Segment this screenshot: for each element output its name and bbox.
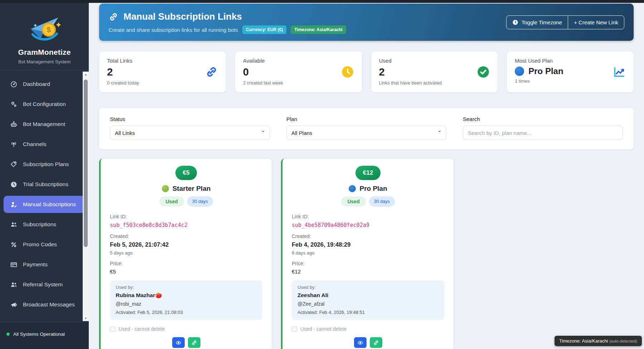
- status-filter-label: Status: [110, 116, 270, 122]
- price-badge: €5: [175, 166, 197, 180]
- link-id-label: Link ID:: [110, 214, 262, 219]
- link-id-value: sub_4be58709a4860fec02a9: [292, 222, 444, 228]
- created-label: Created:: [292, 233, 444, 239]
- percent-icon: [10, 241, 18, 248]
- sidebar-item-manual-subscriptions[interactable]: Manual Subscriptions: [4, 196, 85, 213]
- plan-select[interactable]: All Plans: [286, 126, 446, 140]
- activated-timestamp: Activated: Feb 4, 2026, 19:48:51: [297, 310, 439, 315]
- chart-line-icon: [613, 66, 626, 78]
- price-badge: €12: [355, 166, 381, 180]
- sidebar-scrollbar[interactable]: ▲ ▼: [83, 72, 89, 321]
- gears-icon: [10, 101, 18, 108]
- subscription-link-card: €12 Pro Plan Used 30 days Link ID: sub_4…: [281, 159, 454, 349]
- used-by-label: Used by:: [297, 285, 439, 290]
- eye-icon: [175, 340, 181, 346]
- user-pen-icon: [10, 201, 18, 208]
- tags-icon: [10, 161, 18, 168]
- subscription-link-card: €5 Starter Plan Used 30 days Link ID: su…: [99, 159, 272, 349]
- create-new-link-button[interactable]: + Create New Link: [568, 15, 624, 29]
- sidebar: $ GramMonetize Bot Management System Das…: [0, 0, 89, 349]
- stats-row: Total Links 2 0 created today Available …: [99, 52, 634, 92]
- scrollbar-up-arrow[interactable]: ▲: [83, 72, 89, 77]
- sidebar-item-broadcast-messages[interactable]: Broadcast Messages: [4, 296, 85, 313]
- stat-label: Total Links: [107, 58, 218, 64]
- sidebar-item-label: Broadcast Messages: [23, 301, 75, 308]
- sidebar-item-label: Subscriptions: [23, 221, 56, 228]
- link-id-value: sub_f503ce8e8c8d3b7ac4c2: [110, 222, 262, 228]
- duration-badge: 30 days: [369, 197, 395, 207]
- stat-card-used: Used 2 Links that have been activated: [371, 52, 498, 92]
- stat-label: Most Used Plan: [515, 58, 626, 64]
- plan-select-wrap: All Plans: [286, 126, 446, 140]
- check-circle-icon: [477, 66, 490, 78]
- scrollbar-thumb[interactable]: [84, 79, 88, 247]
- sidebar-item-referral-system[interactable]: Referral System: [4, 276, 85, 293]
- link-id-label: Link ID:: [292, 214, 444, 219]
- toggle-timezone-label: Toggle Timezone: [522, 19, 562, 25]
- stat-value: Pro Plan: [528, 66, 563, 76]
- view-link-button[interactable]: [172, 337, 185, 348]
- sidebar-nav: Dashboard Bot Configuration Bot Manageme…: [0, 71, 89, 313]
- clock-icon: [512, 19, 518, 25]
- app-logo-icon: $: [26, 12, 63, 46]
- eye-icon: [357, 340, 363, 346]
- stat-label: Used: [379, 58, 490, 64]
- stat-label: Available: [243, 58, 354, 64]
- app-subtitle: Bot Management System: [0, 59, 89, 70]
- duration-badge: 30 days: [187, 197, 213, 207]
- used-status-badge: Used: [341, 197, 365, 207]
- sidebar-item-label: Manual Subscriptions: [23, 201, 76, 208]
- sidebar-item-promo-codes[interactable]: Promo Codes: [4, 236, 85, 253]
- link-icon: [108, 12, 118, 22]
- sidebar-item-bot-management[interactable]: Bot Management: [4, 116, 85, 133]
- credit-card-icon: [10, 261, 18, 268]
- sidebar-item-subscriptions[interactable]: Subscriptions: [4, 216, 85, 233]
- plan-name: Starter Plan: [173, 185, 211, 193]
- stat-card-available: Available 0 2 created last week: [235, 52, 362, 92]
- link-cards-row: €5 Starter Plan Used 30 days Link ID: su…: [99, 159, 634, 349]
- page-subtitle: Create and share subscription links for …: [108, 27, 238, 33]
- brand: $ GramMonetize Bot Management System: [0, 0, 89, 70]
- toggle-timezone-button[interactable]: Toggle Timezone: [506, 15, 568, 29]
- activated-timestamp: Activated: Feb 5, 2026, 21:08:03: [116, 310, 257, 315]
- copy-link-button[interactable]: [370, 337, 382, 348]
- timezone-tooltip-muted: (auto-detected): [609, 339, 637, 343]
- sidebar-item-subscription-plans[interactable]: Subscription Plans: [4, 156, 85, 173]
- sidebar-item-trial-subscriptions[interactable]: Trial Subscriptions: [4, 176, 85, 193]
- sidebar-item-bot-configuration[interactable]: Bot Configuration: [4, 96, 85, 113]
- used-by-name: Rubina Mazhar🍅: [116, 292, 257, 299]
- used-by-handle: @robi_maz: [116, 301, 257, 307]
- svg-text:$: $: [47, 25, 51, 34]
- plan-name: Pro Plan: [359, 185, 387, 193]
- antenna-icon: [10, 141, 18, 148]
- used-by-name: Zeeshan Ali: [297, 292, 439, 299]
- robot-icon: [10, 121, 18, 128]
- view-link-button[interactable]: [354, 337, 367, 348]
- copy-link-button[interactable]: [188, 337, 200, 348]
- gauge-icon: [10, 81, 18, 88]
- used-status-badge: Used: [159, 197, 184, 207]
- sidebar-item-payments[interactable]: Payments: [4, 256, 85, 273]
- sidebar-item-label: Subscription Plans: [23, 161, 69, 168]
- sidebar-item-channels[interactable]: Channels: [4, 136, 85, 153]
- sidebar-item-label: Channels: [23, 141, 47, 147]
- status-select[interactable]: All Links: [110, 126, 270, 140]
- sidebar-footer: All Systems Operational: [0, 322, 89, 349]
- search-input[interactable]: [463, 126, 623, 140]
- price-label: Price:: [292, 261, 444, 266]
- scrollbar-down-arrow[interactable]: ▼: [83, 315, 89, 321]
- delete-checkbox-label: Used - cannot delete: [300, 326, 347, 332]
- used-by-panel: Used by: Rubina Mazhar🍅 @robi_maz Activa…: [110, 280, 262, 320]
- people-icon: [10, 281, 18, 289]
- status-select-wrap: All Links: [110, 126, 270, 140]
- stat-caption: 2 created last week: [243, 80, 354, 86]
- link-icon: [373, 340, 379, 346]
- status-dot-green: [6, 333, 10, 336]
- stat-value: 2: [107, 66, 218, 78]
- created-date: Feb 5, 2026, 21:07:42: [110, 241, 262, 248]
- currency-badge: Currency: EUR (€): [242, 25, 286, 34]
- sidebar-item-label: Dashboard: [23, 81, 50, 87]
- delete-checkbox: [110, 326, 115, 332]
- created-label: Created:: [110, 233, 262, 239]
- sidebar-item-dashboard[interactable]: Dashboard: [4, 76, 85, 93]
